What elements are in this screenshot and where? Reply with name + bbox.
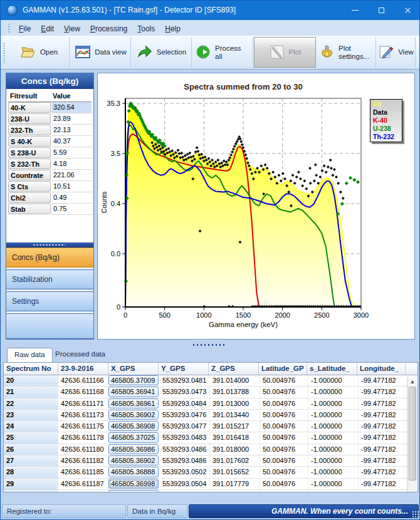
fit-row-value[interactable]: 10.51 xyxy=(51,181,92,192)
grid-column-header-z-gps[interactable]: Z_GPS xyxy=(209,363,259,375)
resize-grip-icon[interactable] xyxy=(412,511,419,518)
data-cell[interactable]: -99.477182 xyxy=(359,387,407,397)
data-cell[interactable]: -1.000000 xyxy=(308,421,359,432)
data-cell[interactable]: 42636.611180 xyxy=(58,444,108,455)
data-cell[interactable]: 465805.36961 xyxy=(108,398,159,408)
fit-row-value[interactable]: 40.37 xyxy=(51,136,92,147)
table-row[interactable]: 2842636.611185465805.368885539293.050239… xyxy=(4,467,417,478)
minimize-button[interactable] xyxy=(342,1,368,20)
fit-row-label[interactable]: S 238-U xyxy=(8,147,51,158)
table-row[interactable]: 2742636.611182465805.369025539293.048639… xyxy=(4,455,417,467)
spectrum-no-cell[interactable]: 21 xyxy=(4,387,58,397)
data-cell[interactable]: 50.004976 xyxy=(260,421,308,432)
data-cell[interactable]: 5539293.0483 xyxy=(160,432,210,443)
menu-item-processing[interactable]: Processing xyxy=(85,23,132,35)
data-cell[interactable]: 465805.37009 xyxy=(108,375,159,385)
data-cell[interactable]: 42636.611173 xyxy=(58,410,108,420)
sidebar-item-stabilization[interactable]: Stabilization xyxy=(6,269,93,289)
data-cell[interactable]: 42636.611190 xyxy=(58,490,108,492)
data-cell[interactable]: 50.004976 xyxy=(260,410,308,420)
data-cell[interactable]: 50.004976 xyxy=(260,479,308,489)
data-cell[interactable]: -99.477182 xyxy=(359,479,407,489)
data-cell[interactable]: 465805.36941 xyxy=(108,387,159,397)
menu-item-view[interactable]: View xyxy=(59,23,85,35)
data-cell[interactable]: 391.013440 xyxy=(210,410,260,420)
spectrum-no-cell[interactable]: 24 xyxy=(4,421,58,432)
toolbar-button-data-view[interactable]: Data view xyxy=(71,37,131,68)
spectrum-no-cell[interactable]: 22 xyxy=(4,398,58,409)
data-cell[interactable]: 50.004976 xyxy=(260,490,308,492)
data-cell[interactable]: 5539293.0504 xyxy=(160,479,210,489)
data-cell[interactable]: 5539293.0511 xyxy=(160,490,210,492)
fit-row-value[interactable]: 0.49 xyxy=(51,192,92,204)
fit-row-value[interactable]: 320.54 xyxy=(51,102,92,113)
data-cell[interactable]: -1.000000 xyxy=(308,432,359,443)
data-cell[interactable]: -1.000000 xyxy=(308,467,359,477)
data-cell[interactable]: 50.004976 xyxy=(260,398,308,409)
table-row[interactable]: 2242636.611171465805.369615539293.048439… xyxy=(4,398,417,410)
toolbar-button-view[interactable]: View xyxy=(377,37,416,68)
data-cell[interactable]: 465805.36928 xyxy=(108,490,159,492)
data-cell[interactable]: 391.016418 xyxy=(210,432,260,443)
data-cell[interactable]: -99.477182 xyxy=(359,490,407,492)
data-cell[interactable]: 50.004976 xyxy=(260,387,308,397)
fit-row-label[interactable]: S 232-Th xyxy=(8,159,51,169)
close-button[interactable] xyxy=(394,1,420,20)
table-row[interactable]: 2642636.611180465805.369865539293.048639… xyxy=(4,444,417,455)
sidebar-item-empty[interactable] xyxy=(6,313,93,339)
fit-row-value[interactable]: 4.18 xyxy=(51,159,92,170)
grid-column-header-longitude-[interactable]: Longitude_ xyxy=(357,363,406,375)
toolbar-button-process-all[interactable]: Process all xyxy=(192,37,253,68)
menu-item-help[interactable]: Help xyxy=(160,23,186,35)
fit-row-label[interactable]: Chi2 xyxy=(8,192,51,203)
data-cell[interactable]: -99.477182 xyxy=(359,410,407,420)
data-cell[interactable]: -1.000000 xyxy=(308,398,359,409)
maximize-button[interactable] xyxy=(368,1,394,20)
data-cell[interactable]: 42636.611187 xyxy=(58,479,108,489)
data-cell[interactable]: 42636.611168 xyxy=(58,387,108,397)
spectrum-no-cell[interactable]: 20 xyxy=(4,375,58,386)
data-cell[interactable]: 391.016781 xyxy=(210,490,260,492)
data-cell[interactable]: 42636.611178 xyxy=(58,432,108,443)
nav-splitter[interactable] xyxy=(6,242,93,247)
table-row[interactable]: 2042636.611166465805.370095539293.048139… xyxy=(4,375,417,387)
data-cell[interactable]: -1.000000 xyxy=(308,490,359,492)
data-cell[interactable]: 50.004976 xyxy=(260,432,308,443)
data-cell[interactable]: 5539293.0476 xyxy=(160,410,210,420)
spectrum-no-cell[interactable]: 25 xyxy=(4,432,58,443)
vertical-scroll-thumb[interactable] xyxy=(409,387,416,481)
fit-row-label[interactable]: S 40-K xyxy=(8,136,51,147)
menu-item-file[interactable]: File xyxy=(14,23,36,35)
grid-column-header-spectrum-no[interactable]: Spectrum No xyxy=(4,363,58,375)
fit-row-value[interactable]: 23.89 xyxy=(51,113,92,125)
data-cell[interactable]: 50.004976 xyxy=(260,467,308,477)
data-cell[interactable]: -1.000000 xyxy=(308,410,359,420)
data-cell[interactable]: 465805.36888 xyxy=(108,467,159,477)
table-row[interactable]: 2142636.611168465805.369415539293.047339… xyxy=(4,387,417,398)
scroll-up-arrow-icon[interactable]: ▲ xyxy=(408,377,417,386)
menu-item-tools[interactable]: Tools xyxy=(132,23,160,35)
data-cell[interactable]: 465805.36902 xyxy=(108,410,159,420)
toolbar-grip[interactable] xyxy=(3,42,5,63)
fit-row-label[interactable]: Stab xyxy=(8,204,51,214)
fit-row-label[interactable]: Countrate xyxy=(8,170,51,180)
grid-column-header-latitude-gp[interactable]: Latitude_GP xyxy=(259,363,307,375)
toolbar-button-selection[interactable]: Selection xyxy=(132,37,192,68)
table-row[interactable]: 2342636.611173465805.369025539293.047639… xyxy=(4,410,417,421)
sidebar-item-concs-bq-kg[interactable]: Concs (Bq/kg) xyxy=(6,247,93,268)
vertical-scrollbar[interactable]: ▲ ▼ xyxy=(407,377,417,492)
data-cell[interactable]: 391.017779 xyxy=(210,479,260,489)
data-cell[interactable]: 50.004976 xyxy=(260,375,308,386)
data-cell[interactable]: 50.004976 xyxy=(260,444,308,455)
fit-row-label[interactable]: 40-K xyxy=(8,102,51,113)
data-cell[interactable]: 391.013000 xyxy=(210,398,260,409)
data-cell[interactable]: 391.015217 xyxy=(210,421,260,432)
toolbar-button-open[interactable]: Open xyxy=(9,37,70,68)
grid-column-header-23-9-2016[interactable]: 23-9-2016 xyxy=(58,363,108,375)
data-cell[interactable]: -1.000000 xyxy=(308,375,359,386)
tab-processed-data[interactable]: Processed data xyxy=(48,348,112,362)
grid-column-header-x-gps[interactable]: X_GPS xyxy=(108,363,159,375)
spectrum-no-cell[interactable]: 30 xyxy=(4,490,58,492)
menu-item-edit[interactable]: Edit xyxy=(36,23,59,35)
data-cell[interactable]: -99.477182 xyxy=(359,455,407,466)
